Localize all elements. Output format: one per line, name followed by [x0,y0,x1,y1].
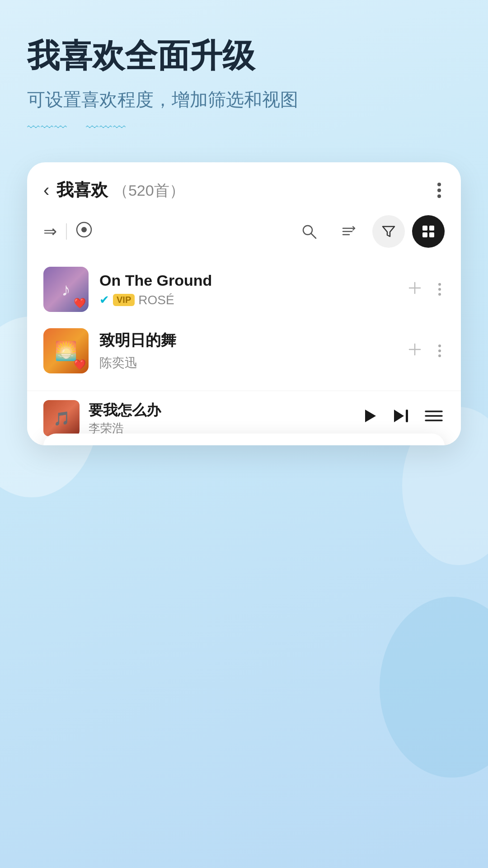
toolbar-divider [66,223,67,240]
main-card: ‹ 我喜欢 （520首） ⇒ [27,162,461,445]
vip-badge-1: VIP [113,294,135,306]
song-thumb-2: 🌅 ❤️ [43,328,89,373]
add-to-next-2[interactable] [404,339,426,363]
song-info-1: On The Ground ✔ VIP ROSÉ [99,272,404,307]
filter-button[interactable] [372,215,405,248]
song-artist-2: 陈奕迅 [99,354,404,372]
song-item-1[interactable]: ♪ ❤️ On The Ground ✔ VIP ROSÉ [27,259,461,320]
card-header: ‹ 我喜欢 （520首） [27,162,461,211]
sort-button[interactable] [333,215,365,248]
svg-rect-8 [429,226,434,231]
svg-rect-7 [422,226,427,231]
wave-decoration: 〰〰〰 〰〰〰 [27,120,461,135]
svg-rect-9 [422,232,427,237]
heart-badge-1: ❤️ [74,297,86,309]
search-button[interactable] [293,215,325,248]
song-actions-2 [404,339,445,363]
playlist-title: 我喜欢 （520首） [56,179,434,202]
popup-overlay: ♥ ♥ ♥ 比较喜欢 点击心型图标可改变喜欢程度 ♡ 删除喜欢 确定 [27,406,461,445]
song-info-2: 致明日的舞 陈奕迅 [99,330,404,372]
song-title-1: On The Ground [99,272,404,289]
song-list: ♪ ❤️ On The Ground ✔ VIP ROSÉ [27,259,461,382]
song-actions-1 [404,277,445,302]
more-options-1[interactable] [435,279,445,299]
play-order-button[interactable] [76,222,92,242]
svg-point-1 [81,227,87,232]
song-thumb-1: ♪ ❤️ [43,267,89,312]
toolbar-right [293,215,445,248]
song-title-2: 致明日的舞 [99,330,404,351]
grid-button[interactable] [412,215,445,248]
song-item-2[interactable]: 🌅 ❤️ 致明日的舞 陈奕迅 [27,320,461,382]
more-button[interactable] [434,179,445,202]
verified-icon-1: ✔ [99,293,109,307]
svg-line-3 [311,234,316,238]
heart-badge-2: ❤️ [74,359,86,371]
more-options-2[interactable] [435,341,445,361]
like-level-popup: ♥ ♥ ♥ 比较喜欢 点击心型图标可改变喜欢程度 ♡ 删除喜欢 确定 [43,434,445,445]
toolbar-left: ⇒ [43,222,282,242]
add-to-next-1[interactable] [404,277,426,302]
page-headline: 我喜欢全面升级 [27,36,461,75]
page-subtitle: 可设置喜欢程度，增加筛选和视图 [27,86,461,113]
song-artist-1: ✔ VIP ROSÉ [99,293,404,307]
toolbar: ⇒ [27,211,461,259]
svg-rect-10 [429,232,434,237]
back-button[interactable]: ‹ [43,180,49,200]
shuffle-button[interactable]: ⇒ [43,222,57,241]
svg-point-2 [303,226,312,235]
